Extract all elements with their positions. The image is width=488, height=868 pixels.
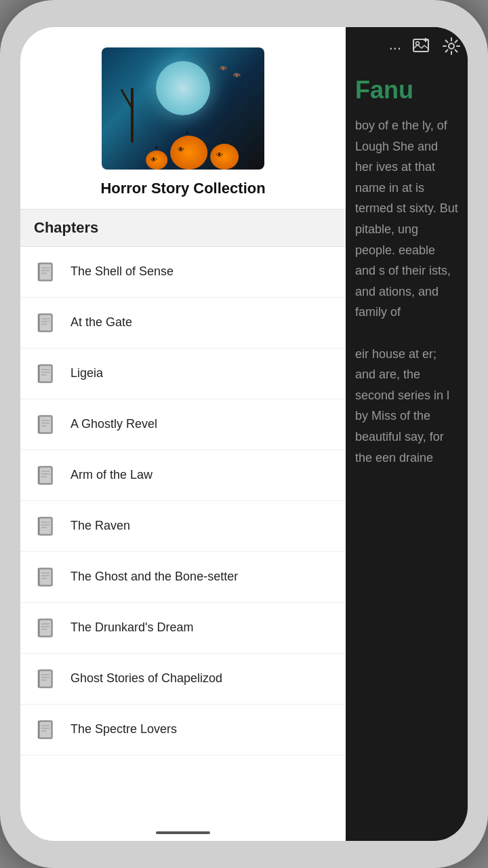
chapter-icon-5 — [34, 462, 60, 488]
svg-rect-55 — [40, 722, 51, 737]
svg-rect-7 — [40, 315, 51, 330]
chapter-title-2: At the Gate — [70, 315, 132, 330]
chapter-title-4: A Ghostly Revel — [70, 416, 157, 432]
chapter-icon-9 — [34, 666, 60, 692]
chapters-list: The Shell of Sense At th — [20, 247, 346, 825]
moon-decoration — [156, 61, 210, 115]
chapter-title-8: The Drunkard's Dream — [70, 620, 194, 635]
right-panel: ··· Fa — [346, 27, 468, 841]
chapter-icon-1 — [34, 259, 60, 285]
chapter-title-1: The Shell of Sense — [70, 264, 174, 279]
svg-rect-31 — [40, 519, 51, 534]
chapters-header: Chapters — [20, 209, 346, 247]
book-cover-section: 🦇 🦇 Horror Story Collection — [20, 27, 346, 209]
chapter-title-5: Arm of the Law — [70, 467, 152, 483]
svg-rect-25 — [40, 468, 51, 483]
settings-icon[interactable] — [442, 37, 461, 60]
book-cover-image: 🦇 🦇 — [102, 47, 264, 170]
pumpkin-small — [146, 151, 167, 170]
pumpkin-large — [170, 136, 207, 170]
chapter-item-10[interactable]: The Spectre Lovers — [20, 705, 346, 755]
chapter-item-9[interactable]: Ghost Stories of Chapelizod — [20, 654, 346, 705]
phone-shell: 🦇 🦇 Horror Story Collection Chapters — [0, 0, 488, 868]
left-panel: 🦇 🦇 Horror Story Collection Chapters — [20, 27, 346, 841]
pumpkins-decoration — [146, 136, 239, 170]
svg-rect-13 — [40, 366, 51, 381]
reading-body-text: boy of e the ly, of Lough She and her iv… — [355, 115, 458, 468]
right-toolbar: ··· — [346, 27, 468, 69]
chapter-item-2[interactable]: At the Gate — [20, 298, 346, 349]
book-title: Horror Story Collection — [100, 179, 265, 199]
svg-point-64 — [449, 43, 454, 49]
reading-content: Fanu boy of e the ly, of Lough She and h… — [346, 69, 468, 841]
chapter-title-7: The Ghost and the Bone-setter — [70, 569, 238, 585]
tree-decoration — [122, 75, 142, 142]
chapter-item-6[interactable]: The Raven — [20, 501, 346, 552]
svg-rect-19 — [40, 417, 51, 432]
svg-rect-37 — [40, 570, 51, 585]
bat-decoration-2: 🦇 — [232, 71, 241, 79]
chapter-icon-3 — [34, 361, 60, 387]
chapter-icon-7 — [34, 564, 60, 590]
chapter-item-8[interactable]: The Drunkard's Dream — [20, 603, 346, 654]
reading-author-title: Fanu — [355, 76, 458, 104]
pumpkin-medium — [210, 144, 239, 170]
chapter-icon-2 — [34, 310, 60, 336]
phone-screen: 🦇 🦇 Horror Story Collection Chapters — [20, 27, 468, 841]
svg-rect-1 — [40, 264, 51, 279]
chapter-title-10: The Spectre Lovers — [70, 722, 177, 737]
chapter-icon-6 — [34, 513, 60, 539]
scrollbar-indicator[interactable] — [156, 831, 210, 834]
svg-rect-43 — [40, 620, 51, 635]
chapter-item-5[interactable]: Arm of the Law — [20, 450, 346, 501]
chapter-title-3: Ligeia — [70, 366, 103, 381]
chapter-icon-4 — [34, 412, 60, 437]
add-image-icon[interactable] — [412, 37, 431, 60]
chapter-item-3[interactable]: Ligeia — [20, 349, 346, 399]
chapter-icon-8 — [34, 615, 60, 641]
chapter-item-7[interactable]: The Ghost and the Bone-setter — [20, 552, 346, 603]
chapter-item-1[interactable]: The Shell of Sense — [20, 247, 346, 298]
chapter-title-6: The Raven — [70, 518, 130, 534]
chapter-icon-10 — [34, 717, 60, 743]
svg-rect-49 — [40, 671, 51, 686]
chapter-item-4[interactable]: A Ghostly Revel — [20, 399, 346, 450]
chapter-title-9: Ghost Stories of Chapelizod — [70, 671, 222, 686]
more-icon[interactable]: ··· — [389, 39, 401, 57]
bat-decoration-1: 🦇 — [219, 64, 227, 72]
